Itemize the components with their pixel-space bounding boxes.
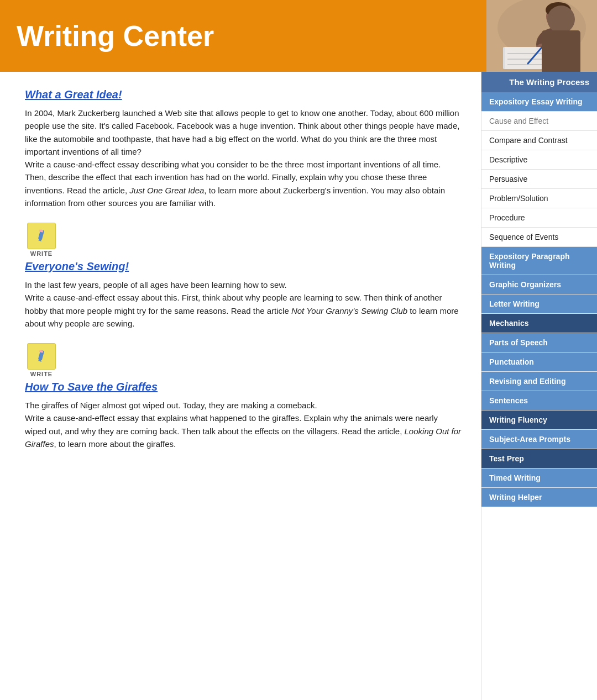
svg-rect-17 [39, 350, 44, 353]
sidebar-item-letter-writing[interactable]: Letter Writing [481, 294, 597, 314]
write-icon-3: WRITE [25, 343, 58, 377]
page-title: Writing Center [17, 19, 214, 52]
article-body-2: In the last few years, people of all age… [25, 278, 462, 330]
sidebar-item-procedure[interactable]: Procedure [481, 208, 597, 228]
write-label-2: WRITE [30, 250, 53, 257]
article-body-2-part2: Write a cause-and-effect essay about thi… [25, 293, 459, 328]
sidebar-item-test-prep[interactable]: Test Prep [481, 449, 597, 469]
header-title-area: Writing Center [0, 0, 486, 72]
write-icon-2: WRITE [25, 223, 58, 257]
article-block-1: What a Great Idea! In 2004, Mark Zuckerb… [25, 88, 462, 209]
sidebar-item-persuasive[interactable]: Persuasive [481, 170, 597, 189]
sidebar-item-expository-essay[interactable]: Expository Essay Writing [481, 92, 597, 112]
article-body-1: In 2004, Mark Zuckerberg launched a Web … [25, 107, 462, 209]
pencil-icon-2 [34, 228, 49, 244]
article-block-3: WRITE How To Save the Giraffes The giraf… [25, 343, 462, 450]
header-photo-svg [486, 0, 597, 72]
article-title-1[interactable]: What a Great Idea! [25, 88, 462, 101]
page-wrapper: Writing Center [0, 0, 597, 700]
article-body-3-part1: The giraffes of Niger almost got wiped o… [25, 401, 317, 410]
header-photo [486, 0, 597, 72]
sidebar-item-mechanics[interactable]: Mechanics [481, 314, 597, 333]
sidebar-item-punctuation[interactable]: Punctuation [481, 352, 597, 372]
sidebar-item-timed-writing[interactable]: Timed Writing [481, 469, 597, 488]
article-body-1-part2: Write a cause-and-effect essay describin… [25, 160, 445, 208]
article-body-3: The giraffes of Niger almost got wiped o… [25, 399, 462, 450]
sidebar-item-graphic-organizers[interactable]: Graphic Organizers [481, 275, 597, 294]
svg-point-3 [546, 2, 571, 18]
header: Writing Center [0, 0, 597, 72]
sidebar-item-sequence[interactable]: Sequence of Events [481, 228, 597, 247]
sidebar-item-problem-solution[interactable]: Problem/Solution [481, 189, 597, 208]
sidebar-item-expository-paragraph[interactable]: Expository Paragraph Writing [481, 247, 597, 275]
sidebar-item-writing-helper[interactable]: Writing Helper [481, 488, 597, 507]
article-title-2[interactable]: Everyone's Sewing! [25, 260, 462, 273]
sidebar-header: The Writing Process [481, 72, 597, 92]
pencil-icon-3 [34, 349, 49, 364]
svg-rect-7 [503, 47, 505, 69]
sidebar-item-revising-editing[interactable]: Revising and Editing [481, 372, 597, 391]
right-sidebar: The Writing Process Expository Essay Wri… [481, 72, 597, 700]
article-body-1-part1: In 2004, Mark Zuckerberg launched a Web … [25, 108, 459, 156]
article-body-2-part1: In the last few years, people of all age… [25, 280, 287, 290]
write-icon-box-2 [27, 223, 56, 249]
sidebar-item-parts-of-speech[interactable]: Parts of Speech [481, 333, 597, 352]
main-area: What a Great Idea! In 2004, Mark Zuckerb… [0, 72, 597, 700]
write-label-3: WRITE [30, 371, 53, 377]
header-image [486, 0, 597, 72]
left-content: What a Great Idea! In 2004, Mark Zuckerb… [0, 72, 481, 700]
sidebar-item-descriptive[interactable]: Descriptive [481, 150, 597, 170]
sidebar-item-compare-contrast[interactable]: Compare and Contrast [481, 131, 597, 150]
article-title-3[interactable]: How To Save the Giraffes [25, 381, 462, 393]
sidebar-item-subject-area-prompts[interactable]: Subject-Area Prompts [481, 430, 597, 449]
sidebar-item-cause-effect[interactable]: Cause and Effect [481, 112, 597, 131]
svg-point-4 [536, 28, 575, 61]
article-body-3-part2: Write a cause-and-effect essay that expl… [25, 413, 461, 449]
svg-rect-14 [39, 229, 44, 233]
write-icon-box-3 [27, 343, 56, 370]
sidebar-item-writing-fluency[interactable]: Writing Fluency [481, 410, 597, 430]
article-block-2: WRITE Everyone's Sewing! In the last few… [25, 223, 462, 330]
sidebar-item-sentences[interactable]: Sentences [481, 391, 597, 410]
